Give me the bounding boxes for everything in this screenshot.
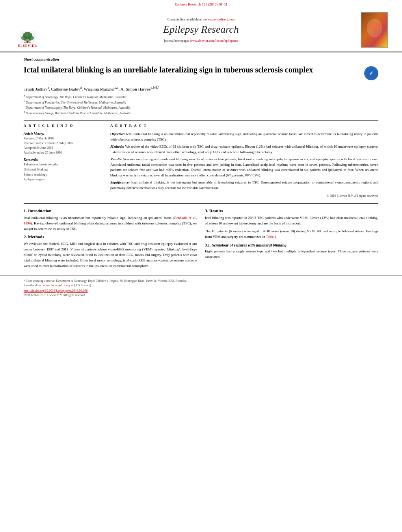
article-info-title: A R T I C L E I N F O [24,124,102,129]
received-date: Received 2 March 2016 [24,136,102,141]
crossmark-logo: ✓ [364,66,378,80]
article-info-column: A R T I C L E I N F O Article history: R… [24,124,102,198]
article-title-row: Ictal unilateral blinking is an unreliab… [24,65,378,80]
journal-header: ELSEVIER ELSEVIER Contents lists availab… [0,8,402,52]
article-header: Short communication Ictal unilateral bli… [0,52,402,83]
body-left-column: 1. Introduction Ictal unilateral blinkin… [24,208,197,271]
author4-name: , A. Simon Harvey [119,87,151,91]
footnote-section: * Corresponding author at: Department of… [0,275,402,299]
section3-text2-after: . [276,235,277,239]
issn-line: 0920-1211/© 2016 Elsevier B.V. All right… [24,293,378,297]
section1-text-after: ). Having observed unilateral blinking o… [24,221,197,231]
affiliation-d: d Neurosciences Group, Murdoch Childrens… [24,110,378,115]
crossmark-icon: ✓ [365,67,377,79]
objective-label: Objective: [110,132,125,136]
affiliation-a: a Department of Neurology, The Royal Chi… [24,94,378,99]
copyright-line: © 2016 Elsevier B.V. All rights reserved… [110,194,378,198]
keyword-2: Unilateral blinking [24,167,102,172]
divider-thick-2 [24,203,378,204]
keyword-4: Epilepsy surgery [24,177,102,182]
page: Epilepsy Research 125 (2016) 58–61 ELSEV… [0,0,402,532]
section1-heading: 1. Introduction [24,208,197,213]
journal-title: Epilepsy Research [163,24,239,35]
abstract-significance: Significance: Ictal unilateral blinking … [110,180,378,191]
article-info-abstract-section: A R T I C L E I N F O Article history: R… [0,124,402,198]
keywords-label: Keywords: [24,158,102,161]
available-date: Available online 25 June 2016 [24,150,102,155]
article-history-label: Article history: [24,132,102,135]
section3-text2: The 10 patients (6 males) were aged 1.9–… [205,229,378,240]
footnote-corresponding: * Corresponding author at: Department of… [24,279,378,283]
elsevier-logo-container: ELSEVIER ELSEVIER [12,12,43,48]
affiliation-c: c Department of Neurosurgery, The Royal … [24,104,378,110]
section3-text1: Ictal blinking was reported in 20/92 TSC… [205,215,378,226]
citation-bar: Epilepsy Research 125 (2016) 58–61 [0,0,402,8]
section1-text-before: Ictal unilateral blinking is an uncommon… [24,216,174,220]
abstract-title: A B S T R A C T [110,124,378,129]
svg-text:✓: ✓ [369,70,374,76]
journal-homepage: journal homepage: www.elsevier.com/locat… [164,39,238,43]
revised-date: Received in revised form 29 May 2016 [24,141,102,146]
body-section: 1. Introduction Ictal unilateral blinkin… [0,208,402,271]
section3-1-text: Eight patients had a single seizure type… [205,249,378,260]
section2-heading: 2. Methods [24,234,197,239]
abstract-objective: Objective: Ictal unilateral blinking is … [110,132,378,142]
keyword-3: Seizure semiology [24,172,102,178]
journal-homepage-link[interactable]: www.elsevier.com/locate/epilepsres [190,39,238,43]
section1-text: Ictal unilateral blinking is an uncommon… [24,215,197,232]
section3-1-heading: 3.1. Semiology of seizures with unilater… [205,243,378,247]
section3-text2-before: The 10 patients (6 males) were aged 1.9–… [205,229,378,239]
email-label: E-mail address: [24,284,42,287]
author3-sup: c,d [115,86,119,89]
significance-label: Significance: [110,180,130,184]
author4-sup: a,b,d,* [151,86,160,89]
sciencedirect-link[interactable]: www.sciencedirect.com [203,17,234,21]
keywords-list: Tuberous sclerosis complex Unilateral bl… [24,162,102,182]
contents-line: Contents lists available at www.scienced… [168,17,234,21]
body-right-column: 3. Results Ictal blinking was reported i… [205,208,378,271]
cover-svg [361,12,387,48]
abstract-text: Objective: Ictal unilateral blinking is … [110,132,378,198]
elsevier-wordmark: ELSEVIER [18,44,37,48]
results-label: Results: [110,157,122,161]
authors-section: Trupti Jadhava, Catherine Baileya, Wirgi… [0,83,402,117]
methods-label: Methods: [110,145,124,148]
journal-center-header: Contents lists available at www.scienced… [47,12,355,48]
significance-text: Ictal unilateral blinking is not infrequ… [110,180,378,190]
results-text: Seizures manifesting with unilateral bli… [110,157,378,177]
author2-name: , Catherine Bailey [49,87,80,91]
article-title: Ictal unilateral blinking is an unreliab… [24,65,360,75]
abstract-column: A B S T R A C T Objective: Ictal unilate… [110,124,378,198]
author1-name: Trupti Jadhav [24,87,47,91]
footnote-email-line: E-mail address: simon.harvey@rch.org.au … [24,283,378,287]
section2-text: We reviewed the clinical, EEG, MRI and s… [24,241,197,269]
objective-text: Ictal unilateral blinking is an uncommon… [110,132,378,141]
keyword-1: Tuberous sclerosis complex [24,162,102,167]
table1-link[interactable]: Table 1 [266,235,277,239]
abstract-results: Results: Seizures manifesting with unila… [110,157,378,178]
methods-text: We reviewed the video-EEGs of 92 childre… [110,145,378,154]
email-link[interactable]: simon.harvey@rch.org.au [43,284,74,287]
section3-heading: 3. Results [205,208,378,213]
accepted-date: Accepted 24 June 2016 [24,146,102,150]
affiliation-b: b Department of Paediatrics, The Univers… [24,99,378,105]
article-type: Short communication [24,57,378,61]
doi-link[interactable]: http://dx.doi.org/10.1016/j.eplepsyres.2… [24,289,378,293]
elsevier-tree-icon: ELSEVIER [20,32,35,43]
citation-text: Epilepsy Research 125 (2016) 58–61 [175,2,227,6]
abstract-methods: Methods: We reviewed the video-EEGs of 9… [110,144,378,155]
journal-cover-container [359,12,390,48]
affiliations-list: a Department of Neurology, The Royal Chi… [24,94,378,115]
email-attribution: (A.S. Harvey). [74,284,91,287]
svg-point-9 [370,22,379,31]
authors-line: Trupti Jadhava, Catherine Baileya, Wirgi… [24,86,378,91]
author3-name: , Wirginia Maixner [82,87,115,91]
journal-cover-image [361,12,388,48]
divider-thick [24,120,378,120]
svg-text:ELSEVIER: ELSEVIER [24,42,31,43]
